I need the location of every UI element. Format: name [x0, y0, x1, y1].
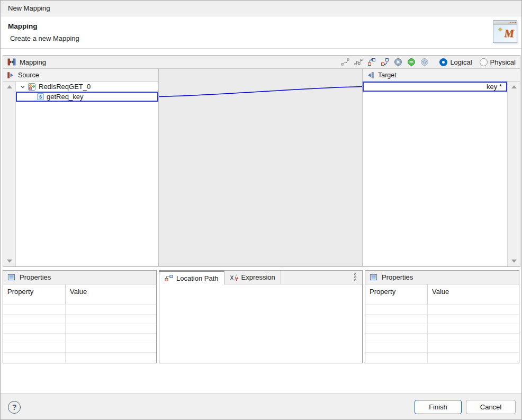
chevron-down-icon[interactable]	[20, 84, 25, 90]
table-row	[365, 315, 519, 324]
wizard-banner: Mapping Create a new Mapping ✦ M	[1, 16, 521, 49]
map-pair-icon[interactable]	[367, 57, 376, 67]
mapping-toolbar: Logical Physical	[340, 57, 516, 67]
column-header-property[interactable]: Property	[3, 284, 66, 305]
target-pane-header: Target	[363, 69, 520, 82]
page-subtitle: Create a new Mapping	[10, 34, 79, 42]
column-header-value[interactable]: Value	[428, 284, 519, 305]
tab-location-path[interactable]: Location Path	[159, 271, 224, 284]
target-scroll-strip	[507, 82, 520, 266]
table-row	[365, 343, 519, 353]
radio-label: Physical	[490, 58, 516, 66]
view-mode-radios: Logical Physical	[439, 58, 516, 66]
source-pane-header: Source	[3, 69, 158, 82]
source-properties-table: Property Value	[3, 284, 156, 363]
mapping-wire-canvas[interactable]	[159, 69, 362, 266]
radio-label: Logical	[450, 58, 472, 66]
multi-link-icon[interactable]	[354, 57, 363, 67]
table-row	[365, 334, 519, 343]
table-header-row: Property Value	[365, 284, 519, 305]
wizard-letter: M	[504, 27, 514, 40]
properties-icon	[370, 273, 377, 281]
properties-icon	[7, 273, 15, 281]
map-pair-alt-icon[interactable]	[380, 57, 390, 67]
help-button[interactable]: ?	[8, 401, 21, 414]
link-icon[interactable]	[340, 57, 350, 67]
scroll-up-icon[interactable]	[7, 85, 12, 88]
tree-item-redisreqget-0[interactable]: RedisReqGET_0	[16, 82, 158, 92]
target-item-label: key *	[487, 83, 502, 91]
tab-overflow-icon[interactable]	[353, 271, 362, 284]
panel-title: Properties	[20, 273, 51, 281]
source-scroll-strip	[3, 82, 16, 266]
cancel-button[interactable]: Cancel	[466, 400, 516, 414]
string-type-glyph: s	[39, 94, 42, 100]
radio-dot	[480, 58, 488, 66]
tab-expression[interactable]: Expression	[224, 271, 281, 284]
table-row	[3, 324, 156, 334]
column-header-property[interactable]: Property	[365, 284, 428, 305]
mapping-icon	[7, 58, 16, 66]
tree-item-label: getReq_key	[47, 93, 83, 101]
target-properties-panel: Properties Property Value	[365, 270, 519, 363]
column-header-value[interactable]: Value	[66, 284, 156, 305]
target-pane-title: Target	[378, 72, 397, 79]
location-path-content[interactable]	[159, 284, 362, 363]
target-tree: key *	[363, 82, 507, 266]
help-glyph: ?	[12, 403, 17, 412]
table-row	[365, 324, 519, 334]
remove-icon[interactable]	[407, 57, 416, 67]
element-icon	[28, 83, 36, 91]
tab-label: Expression	[241, 273, 275, 281]
table-row	[365, 305, 519, 315]
expression-tabbar: Location Path Expression	[159, 271, 362, 284]
radio-dot	[439, 58, 447, 66]
source-tree: RedisReqGET_0 s getReq_key	[16, 82, 158, 266]
mapping-canvas-area: Source	[3, 69, 520, 266]
source-properties-panel: Properties Property Value	[3, 270, 157, 363]
editor-title: Mapping	[20, 58, 46, 66]
scroll-down-icon[interactable]	[511, 260, 517, 263]
mapping-editor-header: Mapping	[3, 56, 520, 69]
expression-panel: Location Path Expression	[159, 270, 363, 363]
window-titlebar[interactable]: New Mapping	[1, 1, 521, 16]
table-row	[3, 334, 156, 343]
target-properties-table: Property Value	[365, 284, 519, 363]
target-properties-header: Properties	[365, 271, 519, 284]
source-pane: Source	[3, 69, 159, 266]
mapping-editor: Mapping	[3, 55, 520, 267]
window-title: New Mapping	[8, 4, 50, 12]
string-type-icon: s	[37, 93, 44, 100]
clear-links-icon[interactable]	[393, 57, 403, 67]
table-row	[3, 305, 156, 315]
scroll-up-icon[interactable]	[511, 85, 517, 88]
target-icon	[367, 72, 374, 79]
source-properties-header: Properties	[3, 271, 156, 284]
sparkle-icon: ✦	[498, 26, 503, 33]
table-row	[365, 353, 519, 363]
radio-physical[interactable]: Physical	[480, 58, 516, 66]
finish-button[interactable]: Finish	[415, 400, 462, 414]
target-pane: Target key *	[362, 69, 520, 266]
location-path-icon	[165, 274, 173, 282]
table-row	[3, 343, 156, 353]
panel-title: Properties	[382, 273, 413, 281]
tree-item-label: RedisReqGET_0	[39, 83, 91, 91]
options-sphere-icon[interactable]	[420, 57, 429, 67]
radio-logical[interactable]: Logical	[439, 58, 472, 66]
table-row	[3, 353, 156, 363]
target-item-key[interactable]: key *	[363, 82, 507, 92]
new-mapping-dialog: New Mapping Mapping Create a new Mapping…	[0, 0, 522, 420]
dialog-footer: ? Finish Cancel	[1, 393, 521, 420]
expression-icon	[230, 274, 238, 281]
tab-label: Location Path	[176, 274, 219, 282]
table-row	[3, 315, 156, 324]
source-pane-title: Source	[18, 72, 39, 79]
tree-item-getreq-key[interactable]: s getReq_key	[16, 92, 158, 102]
table-header-row: Property Value	[3, 284, 156, 305]
scroll-down-icon[interactable]	[7, 260, 12, 263]
new-mapping-wizard-icon: ✦ M	[492, 19, 518, 45]
source-icon	[7, 72, 14, 79]
page-title: Mapping	[8, 22, 38, 30]
